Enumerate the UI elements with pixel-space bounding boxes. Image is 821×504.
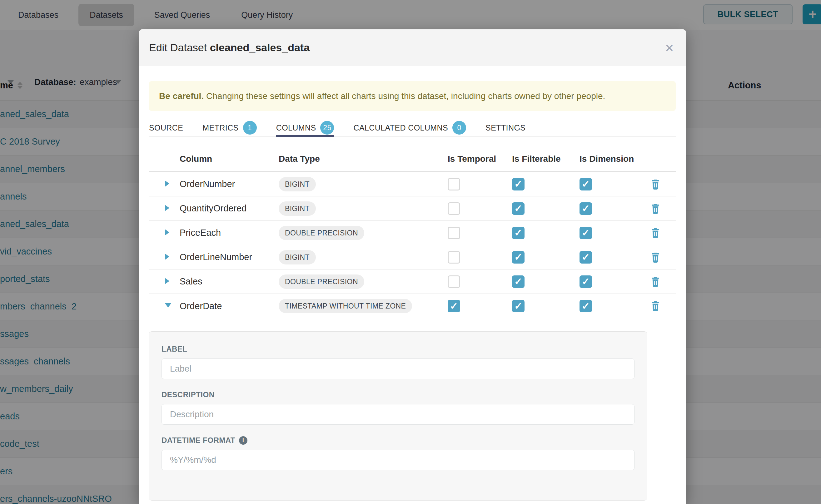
data-type-pill: DOUBLE PRECISION [279,274,364,289]
column-row: Sales DOUBLE PRECISION [149,269,676,294]
metrics-count-badge: 1 [243,121,257,135]
columns-count-badge: 25 [320,121,334,135]
tab-columns[interactable]: COLUMNS25 [276,119,334,136]
expand-caret-icon[interactable] [165,254,169,260]
columns-table-header: Column Data Type Is Temporal Is Filterab… [149,154,676,172]
header-column: Column [180,154,279,164]
is-filterable-checkbox[interactable] [512,275,525,288]
header-is-filterable: Is Filterable [512,154,580,164]
is-temporal-checkbox[interactable] [448,202,460,215]
is-dimension-checkbox[interactable] [580,202,592,215]
column-name: OrderNumber [180,179,279,189]
is-temporal-checkbox[interactable] [448,275,460,288]
label-field[interactable] [161,358,635,379]
column-name: Sales [180,276,279,287]
is-filterable-checkbox[interactable] [512,227,525,239]
info-icon[interactable]: i [239,436,247,445]
column-name: QuantityOrdered [180,203,279,214]
column-detail-panel: LABEL DESCRIPTION DATETIME FORMAT i [149,331,647,501]
warning-banner: Be careful. Changing these settings will… [149,81,676,111]
header-is-dimension: Is Dimension [580,154,651,164]
data-type-pill: TIMESTAMP WITHOUT TIME ZONE [279,299,412,313]
data-type-pill: BIGINT [279,177,316,191]
column-name: OrderDate [180,301,279,311]
is-filterable-checkbox[interactable] [512,300,525,312]
trash-icon[interactable] [651,252,676,263]
is-dimension-checkbox[interactable] [580,300,592,312]
is-temporal-checkbox[interactable] [448,227,460,239]
is-filterable-checkbox[interactable] [512,178,525,190]
is-filterable-checkbox[interactable] [512,202,525,215]
tab-source[interactable]: SOURCE [149,119,183,136]
screen: Databases Datasets Saved Queries Query H… [0,0,821,504]
data-type-pill: BIGINT [279,201,316,216]
datetime-format-field-label: DATETIME FORMAT i [161,436,635,445]
data-type-pill: BIGINT [279,250,316,264]
is-temporal-checkbox[interactable] [448,300,460,312]
header-is-temporal: Is Temporal [448,154,512,164]
expand-caret-icon[interactable] [165,229,169,235]
column-row: OrderNumber BIGINT [149,172,676,196]
trash-icon[interactable] [651,179,676,190]
description-field-label: DESCRIPTION [161,390,635,399]
header-data-type: Data Type [279,154,448,164]
modal-tabs: SOURCE METRICS1 COLUMNS25 CALCULATED COL… [149,119,676,137]
tab-metrics[interactable]: METRICS1 [202,119,256,136]
expand-caret-icon[interactable] [165,278,169,284]
is-dimension-checkbox[interactable] [580,227,592,239]
trash-icon[interactable] [651,203,676,214]
tab-settings[interactable]: SETTINGS [486,119,526,136]
is-temporal-checkbox[interactable] [448,178,460,190]
trash-icon[interactable] [651,227,676,239]
calculated-columns-count-badge: 0 [453,121,466,135]
column-row: QuantityOrdered BIGINT [149,196,676,221]
close-icon[interactable]: × [665,41,674,55]
column-row: PriceEach DOUBLE PRECISION [149,221,676,245]
collapse-caret-icon[interactable] [165,303,171,308]
modal-title: Edit Dataset cleaned_sales_data [149,42,309,54]
column-name: PriceEach [180,228,279,238]
is-dimension-checkbox[interactable] [580,178,592,190]
warning-text: Changing these settings will affect all … [204,91,605,101]
trash-icon[interactable] [651,276,676,287]
is-temporal-checkbox[interactable] [448,251,460,264]
expand-caret-icon[interactable] [165,205,169,211]
dataset-name: cleaned_sales_data [210,42,309,53]
column-name: OrderLineNumber [180,252,279,262]
description-field[interactable] [161,404,635,425]
tab-calculated-columns[interactable]: CALCULATED COLUMNS0 [353,119,466,136]
edit-dataset-modal: Edit Dataset cleaned_sales_data × Be car… [139,29,686,504]
is-dimension-checkbox[interactable] [580,251,592,264]
label-field-label: LABEL [161,345,635,353]
expand-caret-icon[interactable] [165,180,169,187]
datetime-format-field[interactable] [161,450,635,470]
column-row-expanded: OrderDate TIMESTAMP WITHOUT TIME ZONE [149,294,676,318]
columns-table: Column Data Type Is Temporal Is Filterab… [149,154,676,318]
modal-header: Edit Dataset cleaned_sales_data × [139,29,686,66]
is-filterable-checkbox[interactable] [512,251,525,264]
warning-bold: Be careful. [159,91,204,101]
data-type-pill: DOUBLE PRECISION [279,226,364,240]
modal-body: Be careful. Changing these settings will… [139,66,686,501]
trash-icon[interactable] [651,300,676,312]
is-dimension-checkbox[interactable] [580,275,592,288]
column-row: OrderLineNumber BIGINT [149,245,676,269]
